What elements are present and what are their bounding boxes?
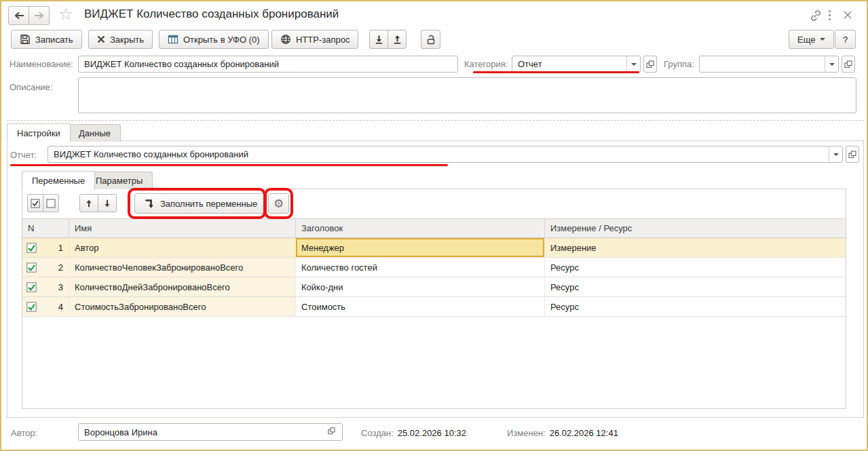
table-row-cell-name[interactable]: КоличествоЧеловекЗабронированоВсего xyxy=(69,258,296,277)
table-row-cell-n[interactable]: 1 xyxy=(22,238,69,258)
chevron-down-icon xyxy=(820,38,825,41)
app-window: ☆ ВИДЖЕТ Количество созданных бронирован… xyxy=(0,0,868,451)
save-button[interactable]: Записать xyxy=(11,30,82,49)
back-arrow-icon xyxy=(14,12,24,20)
back-button[interactable] xyxy=(8,6,29,25)
http-request-button-label: HTTP-запрос xyxy=(296,35,350,45)
row-checkbox-checked-icon[interactable] xyxy=(26,243,37,253)
annotation-underline-category xyxy=(473,71,639,73)
unlock-button[interactable] xyxy=(421,30,440,49)
tab-variables[interactable]: Переменные xyxy=(22,171,95,189)
download-icon xyxy=(374,35,384,45)
tab-parameters[interactable]: Параметры xyxy=(86,172,153,189)
table-row-cell-n[interactable]: 2 xyxy=(22,258,69,277)
group-combo[interactable] xyxy=(699,56,839,73)
forward-button[interactable] xyxy=(29,6,50,25)
description-textarea[interactable] xyxy=(78,77,856,113)
category-dropdown-button[interactable] xyxy=(626,56,640,72)
open-squares-icon xyxy=(848,150,857,159)
move-group xyxy=(79,194,117,212)
tab-data[interactable]: Данные xyxy=(69,124,121,142)
chevron-down-icon xyxy=(833,153,839,156)
table-row-cell-kind[interactable]: Ресурс xyxy=(545,258,846,277)
column-header-title[interactable]: Заголовок xyxy=(296,218,545,238)
more-button-label: Еще xyxy=(797,35,815,45)
row-checkbox-checked-icon[interactable] xyxy=(26,302,37,312)
row-checkbox-checked-icon[interactable] xyxy=(26,282,37,292)
chevron-down-icon xyxy=(829,63,835,66)
column-header-n[interactable]: N xyxy=(22,218,69,238)
report-combo-value: ВИДЖЕТ Количество созданных бронирований xyxy=(48,149,829,159)
table-row-cell-title[interactable]: Койко-дни xyxy=(296,277,545,297)
group-dropdown-button[interactable] xyxy=(825,56,838,72)
open-ufo-button[interactable]: Открыть в УФО (0) xyxy=(159,30,269,49)
table-row-cell-name[interactable]: Автор xyxy=(69,238,296,258)
close-button-label: Закрыть xyxy=(110,35,144,45)
empty-checkbox-icon xyxy=(46,199,56,208)
move-down-button[interactable] xyxy=(98,194,117,212)
table-row-cell-kind[interactable]: Измерение xyxy=(545,238,846,258)
uncheck-all-button[interactable] xyxy=(43,194,59,212)
unlock-icon xyxy=(426,34,436,45)
http-request-button[interactable]: HTTP-запрос xyxy=(271,30,358,49)
fill-variables-button[interactable]: Заполнить переменные xyxy=(134,193,266,214)
check-all-button[interactable] xyxy=(27,194,43,212)
download-button[interactable] xyxy=(369,30,388,49)
window-menu-icon[interactable] xyxy=(829,10,831,20)
table-row-cell-kind[interactable]: Ресурс xyxy=(545,297,846,317)
favorite-star-icon[interactable]: ☆ xyxy=(58,6,73,22)
move-up-button[interactable] xyxy=(79,194,98,212)
column-header-kind[interactable]: Измерение / Ресурс xyxy=(545,218,846,238)
row-number: 3 xyxy=(58,282,63,292)
category-open-button[interactable] xyxy=(643,56,657,73)
created-value: 25.02.2026 10:32 xyxy=(398,428,466,438)
tab-settings[interactable]: Настройки xyxy=(7,123,71,142)
table-row-cell-n[interactable]: 3 xyxy=(22,277,69,297)
history-nav-group xyxy=(8,6,50,25)
page-title: ВИДЖЕТ Количество созданных бронирований xyxy=(84,7,339,21)
close-button[interactable]: Закрыть xyxy=(88,30,153,49)
upload-button[interactable] xyxy=(388,30,407,49)
open-squares-icon xyxy=(645,60,655,69)
created-info: Создан: 25.02.2026 10:32 xyxy=(361,428,466,438)
row-number: 4 xyxy=(58,302,63,312)
tab-variables-label: Переменные xyxy=(32,176,85,186)
help-button[interactable]: ? xyxy=(835,30,856,49)
category-combo-value: Отчет xyxy=(512,59,626,69)
author-open-button[interactable] xyxy=(327,427,342,437)
table-icon xyxy=(168,34,178,45)
category-combo[interactable]: Отчет xyxy=(512,56,641,73)
table-row-cell-title[interactable]: Стоимость xyxy=(296,297,545,317)
table-row-cell-kind[interactable]: Ресурс xyxy=(545,277,846,297)
table-row-cell-title-selected[interactable]: Менеджер xyxy=(296,238,545,258)
table-row-cell-name[interactable]: КоличествоДнейЗабронированоВсего xyxy=(69,277,296,297)
row-number: 2 xyxy=(58,262,63,273)
globe-icon xyxy=(280,34,291,45)
upload-icon xyxy=(392,35,402,45)
forward-arrow-icon xyxy=(34,12,45,20)
group-open-button[interactable] xyxy=(842,56,855,73)
modified-info: Изменен: 26.02.2026 12:41 xyxy=(507,428,618,438)
more-button[interactable]: Еще xyxy=(789,30,834,49)
row-checkbox-checked-icon[interactable] xyxy=(26,262,37,273)
name-input[interactable]: ВИДЖЕТ Количество созданных бронирований xyxy=(78,56,458,73)
table-row-cell-n[interactable]: 4 xyxy=(22,297,69,317)
settings-gear-button[interactable]: ⚙ xyxy=(268,193,289,214)
save-diskette-icon xyxy=(20,34,31,45)
report-dropdown-button[interactable] xyxy=(829,146,842,162)
get-link-icon[interactable] xyxy=(809,9,823,22)
tab-parameters-label: Параметры xyxy=(96,176,143,186)
report-open-button[interactable] xyxy=(846,146,859,163)
row-number: 1 xyxy=(58,243,63,253)
description-label: Описание: xyxy=(10,82,52,92)
arrow-down-icon xyxy=(102,199,112,208)
author-field[interactable]: Воронцова Ирина xyxy=(78,423,343,441)
report-combo[interactable]: ВИДЖЕТ Количество созданных бронирований xyxy=(48,146,843,163)
table-row-cell-name[interactable]: СтоимостьЗабронированоВсего xyxy=(69,297,296,317)
category-label: Категория: xyxy=(464,59,508,69)
tab-settings-label: Настройки xyxy=(17,128,60,138)
column-header-name[interactable]: Имя xyxy=(69,218,296,238)
window-close-icon[interactable] xyxy=(843,10,852,20)
table-row-cell-title[interactable]: Количество гостей xyxy=(296,258,545,277)
fill-arrow-icon xyxy=(143,197,155,210)
